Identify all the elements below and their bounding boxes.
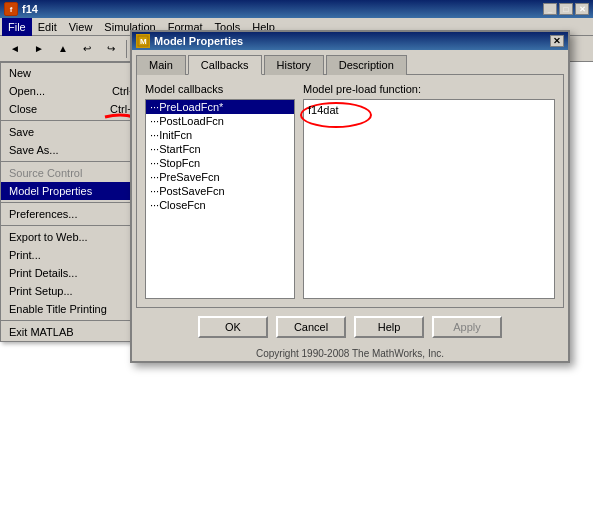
menu-view[interactable]: View	[63, 18, 99, 36]
toolbar-sep1	[126, 40, 127, 58]
apply-button[interactable]: Apply	[432, 316, 502, 338]
callback-item-postload[interactable]: ···PostLoadFcn	[146, 114, 294, 128]
cancel-button[interactable]: Cancel	[276, 316, 346, 338]
copyright-text: Copyright 1990-2008 The MathWorks, Inc.	[132, 346, 568, 361]
toolbar-undo[interactable]: ↩	[76, 39, 98, 59]
close-button[interactable]: ✕	[575, 3, 589, 15]
maximize-button[interactable]: □	[559, 3, 573, 15]
app-icon: f	[4, 2, 18, 16]
tab-main[interactable]: Main	[136, 55, 186, 75]
app-window: f f14 _ □ ✕ File Edit View Simulation Fo…	[0, 0, 593, 517]
preload-label: Model pre-load function:	[303, 83, 555, 95]
modal-close-button[interactable]: ✕	[550, 35, 564, 47]
menu-file[interactable]: File	[2, 18, 32, 36]
callback-item-postsave[interactable]: ···PostSaveFcn	[146, 184, 294, 198]
callbacks-list-label: Model callbacks	[145, 83, 295, 95]
toolbar-up[interactable]: ▲	[52, 39, 74, 59]
ok-button[interactable]: OK	[198, 316, 268, 338]
tab-history[interactable]: History	[264, 55, 324, 75]
dialog-buttons: OK Cancel Help Apply	[132, 308, 568, 346]
title-bar-title: f14	[22, 3, 543, 15]
model-properties-dialog: M Model Properties ✕ Main Callbacks Hist…	[130, 30, 570, 363]
menu-edit[interactable]: Edit	[32, 18, 63, 36]
callback-item-presave[interactable]: ···PreSaveFcn	[146, 170, 294, 184]
tab-callbacks[interactable]: Callbacks	[188, 55, 262, 75]
callbacks-list-panel: Model callbacks ···PreLoadFcn* ···PostLo…	[145, 83, 295, 299]
tab-bar: Main Callbacks History Description	[132, 50, 568, 74]
callback-item-close[interactable]: ···CloseFcn	[146, 198, 294, 212]
callback-item-start[interactable]: ···StartFcn	[146, 142, 294, 156]
toolbar-back[interactable]: ◄	[4, 39, 26, 59]
preload-input-area[interactable]: f14dat	[303, 99, 555, 299]
tab-description[interactable]: Description	[326, 55, 407, 75]
title-bar-controls: _ □ ✕	[543, 3, 589, 15]
toolbar-forward[interactable]: ►	[28, 39, 50, 59]
callback-item-init[interactable]: ···InitFcn	[146, 128, 294, 142]
toolbar-redo[interactable]: ↪	[100, 39, 122, 59]
modal-title-bar: M Model Properties ✕	[132, 32, 568, 50]
preload-function-panel: Model pre-load function: f14dat	[303, 83, 555, 299]
minimize-button[interactable]: _	[543, 3, 557, 15]
svg-text:M: M	[140, 37, 147, 46]
help-button[interactable]: Help	[354, 316, 424, 338]
modal-title: Model Properties	[154, 35, 243, 47]
callbacks-area: Model callbacks ···PreLoadFcn* ···PostLo…	[145, 83, 555, 299]
title-bar: f f14 _ □ ✕	[0, 0, 593, 18]
callbacks-listbox[interactable]: ···PreLoadFcn* ···PostLoadFcn ···InitFcn…	[145, 99, 295, 299]
modal-icon: M	[136, 34, 150, 48]
callback-item-stop[interactable]: ···StopFcn	[146, 156, 294, 170]
callback-item-preload[interactable]: ···PreLoadFcn*	[146, 100, 294, 114]
preload-value: f14dat	[308, 104, 339, 116]
tab-content-callbacks: Model callbacks ···PreLoadFcn* ···PostLo…	[136, 74, 564, 308]
